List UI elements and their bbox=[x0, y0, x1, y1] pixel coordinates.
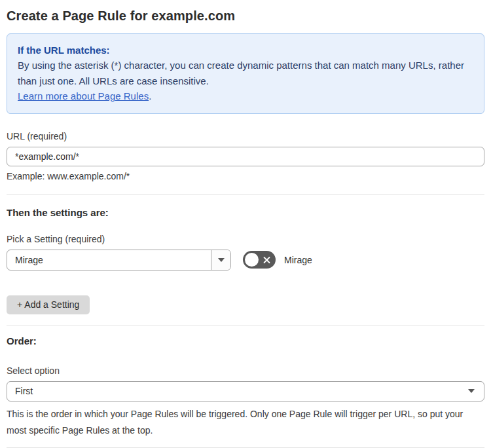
url-example-text: Example: www.example.com/* bbox=[7, 171, 484, 181]
learn-more-link[interactable]: Learn more about Page Rules bbox=[18, 90, 149, 102]
url-match-info-box: If the URL matches: By using the asteris… bbox=[7, 33, 484, 114]
setting-dropdown-value: Mirage bbox=[7, 255, 211, 265]
add-setting-button[interactable]: + Add a Setting bbox=[7, 295, 90, 314]
setting-dropdown-arrow-button[interactable] bbox=[211, 250, 230, 270]
chevron-down-icon bbox=[468, 389, 475, 393]
order-select[interactable]: First bbox=[7, 381, 484, 401]
order-select-value: First bbox=[15, 386, 33, 396]
divider bbox=[7, 447, 484, 448]
setting-dropdown[interactable]: Mirage bbox=[7, 250, 231, 271]
info-box-body: By using the asterisk (*) character, you… bbox=[18, 58, 473, 88]
order-help-text: This is the order in which your Page Rul… bbox=[7, 406, 482, 439]
divider bbox=[7, 194, 484, 195]
mirage-toggle[interactable] bbox=[243, 251, 276, 269]
order-select-label: Select option bbox=[7, 365, 484, 376]
order-section-heading: Order: bbox=[7, 335, 484, 346]
divider bbox=[7, 326, 484, 326]
page-title: Create a Page Rule for example.com bbox=[7, 7, 484, 24]
url-input[interactable] bbox=[7, 147, 484, 166]
pick-setting-label: Pick a Setting (required) bbox=[7, 234, 484, 244]
toggle-off-x-icon bbox=[263, 255, 271, 264]
toggle-knob bbox=[245, 253, 259, 267]
info-box-link-line: Learn more about Page Rules. bbox=[18, 88, 473, 104]
settings-section-heading: Then the settings are: bbox=[7, 207, 484, 218]
info-box-heading: If the URL matches: bbox=[18, 43, 473, 58]
chevron-down-icon bbox=[218, 258, 225, 262]
url-field-label: URL (required) bbox=[7, 131, 484, 141]
link-suffix: . bbox=[149, 90, 151, 102]
toggle-setting-label: Mirage bbox=[284, 255, 312, 265]
setting-row: Mirage Mirage bbox=[7, 250, 484, 271]
